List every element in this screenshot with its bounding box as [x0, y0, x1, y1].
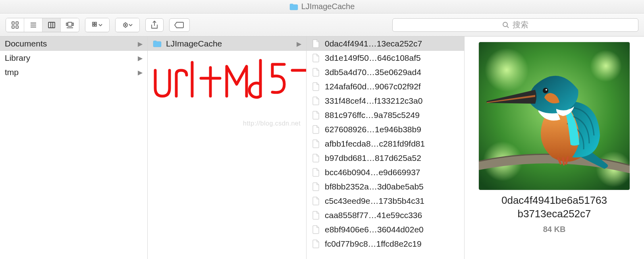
svg-point-28 [546, 89, 547, 91]
folder-label: LJImageCache [166, 39, 222, 48]
column-2[interactable]: LJImageCache▶ [148, 37, 307, 259]
file-label: 3db5a4d70…35e0629ad4 [325, 68, 421, 77]
column-1[interactable]: Documents▶Library▶tmp▶ [0, 37, 148, 259]
column3-item[interactable]: e8bf9406e6…36044d02e0 [307, 222, 464, 237]
window-title: LJImageCache [301, 2, 355, 11]
search-placeholder: 搜索 [513, 19, 528, 30]
column-view: Documents▶Library▶tmp▶ LJImageCache▶ [0, 37, 644, 259]
svg-rect-2 [12, 26, 14, 28]
file-label: 331f48cef4…f133212c3a0 [325, 96, 422, 106]
view-columns-button[interactable] [42, 18, 61, 32]
svg-rect-12 [72, 23, 73, 25]
column3-item[interactable]: 124afaf60d…9067c02f92f [307, 79, 464, 94]
svg-point-20 [503, 22, 507, 27]
svg-rect-7 [48, 22, 55, 28]
chevron-right-icon: ▶ [138, 54, 143, 62]
file-label: fc0d77b9c8…1ffcd8e2c19 [325, 239, 422, 249]
file-icon [311, 139, 321, 148]
column3-item[interactable]: 3db5a4d70…35e0629ad4 [307, 65, 464, 79]
preview-thumbnail [479, 42, 630, 190]
folder-icon [152, 40, 162, 47]
share-button[interactable] [145, 18, 164, 32]
file-label: e8bf9406e6…36044d02e0 [325, 225, 424, 234]
svg-rect-10 [68, 22, 72, 26]
column3-item[interactable]: 627608926…1e946b38b9 [307, 122, 464, 137]
tags-button[interactable] [169, 18, 190, 32]
svg-rect-15 [95, 22, 96, 24]
file-label: bf8bb2352a…3d0abe5ab5 [325, 182, 424, 191]
file-icon [311, 197, 321, 205]
file-icon [311, 154, 321, 162]
titlebar: LJImageCache [0, 0, 644, 14]
chevron-right-icon: ▶ [138, 40, 143, 48]
column3-item[interactable]: bcc46b0904…e9d669937 [307, 165, 464, 180]
svg-rect-11 [66, 23, 67, 25]
view-coverflow-button[interactable] [61, 18, 79, 32]
file-label: b97dbd681…817d625a52 [325, 153, 421, 163]
file-label: bcc46b0904…e9d669937 [325, 168, 420, 177]
column3-item[interactable]: 3d1e149f50…646c108af5 [307, 51, 464, 65]
action-button[interactable] [116, 18, 139, 32]
preview-pane: 0dac4f4941be6a51763 b3713eca252c7 84 KB [465, 37, 644, 259]
file-label: 0dac4f4941…13eca252c7 [325, 39, 422, 48]
column3-item[interactable]: afbb1fecda8…c281fd9fd81 [307, 137, 464, 151]
file-icon [311, 68, 321, 77]
action-group [115, 18, 140, 32]
file-label: c5c43eed9e…173b5b4c31 [325, 196, 424, 206]
chevron-right-icon: ▶ [297, 40, 301, 48]
column3-item[interactable]: fc0d77b9c8…1ffcd8e2c19 [307, 237, 464, 251]
file-label: 124afaf60d…9067c02f92f [325, 82, 421, 91]
column1-item[interactable]: tmp▶ [0, 65, 147, 79]
file-label: 881c976ffc…9a785c5249 [325, 110, 420, 120]
chevron-right-icon: ▶ [138, 69, 143, 76]
preview-filesize: 84 KB [543, 225, 566, 234]
file-icon [311, 125, 321, 134]
file-icon [311, 225, 321, 234]
column3-item[interactable]: caa8558f77…41e59cc336 [307, 208, 464, 222]
column3-item[interactable]: b97dbd681…817d625a52 [307, 151, 464, 165]
view-icons-button[interactable] [6, 18, 24, 32]
file-label: caa8558f77…41e59cc336 [325, 211, 422, 220]
handwriting-annotation [149, 48, 307, 116]
file-icon [311, 111, 321, 120]
view-mode-group [6, 18, 79, 32]
file-icon [311, 240, 321, 248]
watermark: http://blog.csdn.net [243, 120, 301, 127]
file-icon [311, 182, 321, 191]
svg-point-23 [485, 48, 528, 92]
svg-rect-14 [93, 22, 94, 24]
file-icon [311, 211, 321, 220]
preview-filename: 0dac4f4941be6a51763 b3713eca252c7 [497, 194, 611, 221]
column3-item[interactable]: bf8bb2352a…3d0abe5ab5 [307, 180, 464, 194]
column-3[interactable]: 0dac4f4941…13eca252c73d1e149f50…646c108a… [307, 37, 465, 259]
file-icon [311, 168, 321, 177]
file-icon [311, 39, 321, 48]
file-icon [311, 97, 321, 105]
svg-point-27 [543, 88, 548, 93]
column3-item[interactable]: 331f48cef4…f133212c3a0 [307, 94, 464, 108]
search-field[interactable]: 搜索 [392, 18, 638, 32]
svg-rect-17 [95, 25, 96, 26]
svg-rect-0 [12, 22, 14, 24]
folder-label: Documents [5, 39, 47, 48]
column2-item[interactable]: LJImageCache▶ [148, 37, 306, 51]
svg-rect-16 [93, 25, 94, 26]
column3-item[interactable]: c5c43eed9e…173b5b4c31 [307, 194, 464, 208]
view-list-button[interactable] [24, 18, 42, 32]
svg-point-24 [590, 50, 622, 82]
arrange-button[interactable] [85, 18, 109, 32]
arrange-group [85, 18, 110, 32]
file-label: 3d1e149f50…646c108af5 [325, 53, 421, 63]
svg-point-19 [125, 24, 126, 25]
column1-item[interactable]: Library▶ [0, 51, 147, 65]
search-icon [502, 21, 509, 29]
svg-rect-3 [16, 26, 18, 28]
column1-item[interactable]: Documents▶ [0, 37, 147, 51]
column3-item[interactable]: 0dac4f4941…13eca252c7 [307, 37, 464, 51]
folder-label: tmp [5, 68, 19, 77]
column3-item[interactable]: 881c976ffc…9a785c5249 [307, 108, 464, 122]
folder-icon [289, 3, 298, 10]
toolbar: 搜索 [0, 14, 644, 37]
folder-label: Library [5, 53, 30, 63]
file-icon [311, 54, 321, 62]
